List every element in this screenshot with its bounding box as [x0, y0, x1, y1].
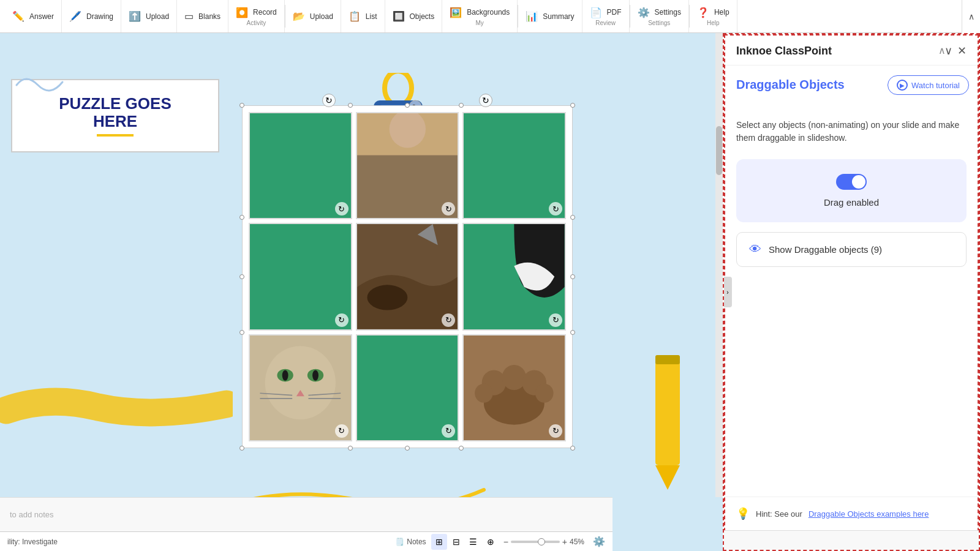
puzzle-cell-0-2[interactable]: ↻: [462, 112, 566, 219]
puzzle-cell-2-0[interactable]: ↻: [249, 334, 352, 441]
rotate-handle-1-2[interactable]: ↻: [549, 313, 562, 327]
notes-icon: 🗒️: [395, 538, 404, 546]
ribbon-group-objects[interactable]: 🔲 Objects: [385, 0, 443, 32]
ribbon-group-settings[interactable]: ⚙️ Settings Settings: [630, 0, 689, 32]
my-section-label: My: [476, 20, 484, 26]
svg-point-17: [312, 370, 318, 380]
ribbon-collapse-btn[interactable]: ∧: [962, 0, 980, 33]
zoom-control: − + 45%: [503, 537, 588, 547]
puzzle-cell-1-2[interactable]: ↻: [462, 223, 566, 330]
ribbon-group-summary[interactable]: 📊 Summary: [518, 0, 582, 32]
ribbon-label-upload-my: Upload: [310, 12, 333, 21]
record-icon: ⏺️: [236, 7, 248, 18]
play-icon: ▶: [897, 80, 908, 91]
zoom-slider[interactable]: [511, 541, 560, 543]
notes-placeholder: to add notes: [10, 510, 54, 519]
view-grid-btn[interactable]: ⊟: [448, 534, 464, 550]
hint-link[interactable]: Draggable Objects examples here: [809, 509, 929, 519]
ribbon-label-objects: Objects: [410, 12, 435, 21]
zoom-percent: 45%: [570, 538, 588, 546]
rotate-handle-1-0[interactable]: ↻: [335, 313, 349, 327]
rotate-handle-2-2[interactable]: ↻: [549, 424, 562, 438]
rotate-handle-2-0[interactable]: ↻: [335, 424, 349, 438]
settings-section-label: Settings: [648, 20, 670, 26]
puzzle-underline: [97, 134, 134, 137]
slide-scrollbar[interactable]: [715, 33, 723, 497]
panel-expand-btn[interactable]: ∧: [936, 44, 948, 56]
rotate-handle-1-1[interactable]: ↻: [442, 313, 455, 327]
ribbon-label-backgrounds: Backgrounds: [467, 8, 510, 17]
ribbon-label-pdf: PDF: [607, 8, 622, 17]
puzzle-cell-1-0[interactable]: ↻: [249, 223, 352, 330]
rotate-handle-0-2[interactable]: ↻: [549, 202, 562, 216]
gear-btn[interactable]: ⚙️: [593, 536, 605, 547]
view-zoom-btn[interactable]: ⊕: [483, 534, 499, 550]
toggle-knob: [852, 175, 865, 189]
ribbon-group-blanks[interactable]: ▭ Blanks: [177, 0, 228, 32]
cat-face-texture: [250, 335, 351, 440]
ribbon-group-backgrounds[interactable]: 🖼️ Backgrounds My: [442, 0, 518, 32]
svg-rect-30: [655, 355, 680, 465]
grid-rotate-handle-tl[interactable]: ↻: [322, 94, 336, 107]
panel-body: Draggable Objects ▶ Watch tutorial Selec…: [724, 66, 979, 550]
zoom-thumb[interactable]: [538, 538, 545, 545]
objects-icon: 🔲: [393, 10, 405, 22]
ribbon-group-upload-my[interactable]: 📂 Upload: [285, 0, 341, 32]
slide-panel: PUZZLE GOES HERE ↻: [0, 33, 723, 551]
puzzle-cell-0-1[interactable]: ↻: [356, 112, 459, 219]
bulb-icon: 💡: [736, 507, 750, 520]
grid-rotate-handle-tr[interactable]: ↻: [479, 94, 492, 107]
puzzle-cell-0-0[interactable]: ↻: [249, 112, 352, 219]
view-normal-btn[interactable]: ⊞: [431, 534, 447, 550]
ribbon-group-help[interactable]: ❓ Help Help: [690, 0, 737, 32]
panel-collapse-left[interactable]: ›: [723, 277, 732, 307]
svg-point-13: [265, 346, 336, 419]
ribbon-group-list[interactable]: 📋 List: [341, 0, 385, 32]
answer-icon: ✏️: [12, 10, 24, 22]
notes-button[interactable]: 🗒️ Notes: [395, 538, 426, 546]
upload-my-icon: 📂: [293, 10, 305, 22]
view-outline-btn[interactable]: ☰: [466, 534, 481, 550]
show-draggable-label: Show Draggable objects (9): [769, 244, 882, 255]
ribbon-group-drawing[interactable]: 🖊️ Drawing: [62, 0, 121, 32]
activity-section-label: Activity: [247, 20, 266, 26]
puzzle-title: PUZZLE GOES HERE: [59, 95, 171, 130]
ribbon-label-upload-activity: Upload: [146, 12, 169, 21]
ribbon-group-upload-activity[interactable]: ⬆️ Upload: [121, 0, 177, 32]
pdf-icon: 📄: [590, 7, 602, 18]
list-icon: 📋: [349, 10, 361, 22]
svg-point-26: [502, 365, 527, 390]
ribbon-group-record[interactable]: ⏺️ Record Activity: [228, 0, 285, 32]
svg-marker-31: [655, 465, 680, 490]
rotate-handle-0-0[interactable]: ↻: [335, 202, 349, 216]
puzzle-grid-container[interactable]: ↻ ↻ ↻: [242, 105, 573, 448]
squiggle-decoration: [13, 67, 75, 97]
cat-paw-texture: [464, 335, 565, 440]
puzzle-cell-2-2[interactable]: ↻: [462, 334, 566, 441]
drawing-icon: 🖊️: [69, 10, 81, 22]
show-draggable-btn[interactable]: 👁 Show Draggable objects (9): [736, 232, 967, 267]
watch-tutorial-btn[interactable]: ▶ Watch tutorial: [888, 75, 969, 95]
ribbon-label-settings: Settings: [655, 8, 681, 17]
status-bar: ility: Investigate 🗒️ Notes ⊞ ⊟ ☰ ⊕ −: [0, 531, 612, 551]
ribbon-label-list: List: [366, 12, 377, 21]
scrollbar-thumb[interactable]: [716, 126, 722, 175]
settings-icon: ⚙️: [638, 7, 650, 18]
hint-prefix: Hint: See our: [756, 509, 802, 519]
classpoint-panel: Inknoe ClassPoint ∨ ✕ Draggable Objects …: [723, 33, 980, 551]
svg-point-9: [367, 285, 407, 310]
ribbon-group-answer[interactable]: ✏️ Answer: [5, 0, 62, 32]
ribbon-group-pdf[interactable]: 📄 PDF Review: [582, 0, 630, 32]
ribbon-label-blanks: Blanks: [198, 12, 221, 21]
panel-section-title: Draggable Objects: [736, 78, 845, 91]
panel-close-btn[interactable]: ✕: [957, 44, 967, 58]
summary-icon: 📊: [526, 10, 538, 22]
zoom-in-btn[interactable]: +: [562, 537, 567, 547]
panel-title: Inknoe ClassPoint: [736, 45, 832, 58]
rotate-handle-2-1[interactable]: ↻: [442, 424, 455, 438]
drag-toggle[interactable]: [836, 174, 867, 190]
puzzle-cell-1-1[interactable]: ↻: [356, 223, 459, 330]
yellow-brush-decoration: [0, 377, 233, 432]
zoom-out-btn[interactable]: −: [503, 537, 508, 547]
puzzle-cell-2-1[interactable]: ↻: [356, 334, 459, 441]
